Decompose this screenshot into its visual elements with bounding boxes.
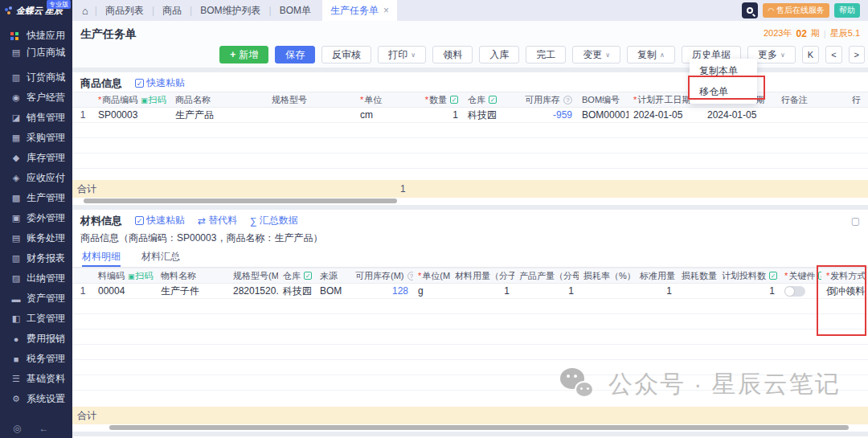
cell-产品产量（分母）[interactable]: 1	[514, 284, 579, 299]
cell-单位[interactable]: cm	[355, 108, 395, 123]
scan-icon[interactable]: ▣	[141, 96, 148, 104]
cell-规格型号[interactable]	[267, 108, 355, 123]
入库-button[interactable]: 入库	[479, 46, 519, 63]
sidebar-item-委外管理[interactable]: ▣委外管理	[0, 208, 72, 228]
领料-button[interactable]: 领料	[432, 46, 473, 63]
sidebar-item-采购管理[interactable]: ▦采购管理	[0, 128, 72, 148]
search-button[interactable]	[742, 2, 758, 18]
sidebar-item-label: 工资管理	[27, 312, 65, 325]
cell-关键件[interactable]	[780, 284, 821, 299]
scrollbar-thumb[interactable]	[84, 199, 397, 203]
total-cell	[514, 407, 579, 424]
material-hscrollbar[interactable]	[72, 424, 868, 432]
menu-item-移仓单[interactable]: 移仓单	[690, 81, 757, 102]
cell-商品编码[interactable]: SP00003	[93, 108, 170, 123]
sidebar-item-生产管理[interactable]: ▩生产管理	[0, 188, 72, 208]
tab-material-detail[interactable]: 材料明细	[82, 247, 121, 267]
checkbox-icon[interactable]: ✓	[304, 272, 312, 280]
cell-规格型号(M)[interactable]: 28201520...	[228, 284, 278, 299]
sidebar-item-门店商城[interactable]: ▤门店商城	[0, 44, 72, 61]
version-label[interactable]: 星辰5.1	[830, 27, 860, 39]
after-sales-service-badge[interactable]: ◠售后在线服务	[763, 3, 829, 18]
table-row: 100004生产子件28201520...科技园BOM128g1111倒冲领料	[72, 284, 868, 299]
expand-icon[interactable]: ▢	[851, 215, 860, 227]
column-header-数量: *数量✓	[395, 92, 463, 108]
sidebar-item-账务处理[interactable]: ▤账务处理	[0, 228, 72, 248]
quick-paste-link[interactable]: ✓快速粘贴	[135, 214, 185, 227]
sidebar-item-库存管理[interactable]: ◆库存管理	[0, 148, 72, 168]
nav-button-K[interactable]: K	[802, 46, 819, 63]
cell-可用库存(M)[interactable]: 128	[350, 284, 413, 299]
sidebar-item-财务报表[interactable]: ▥财务报表	[0, 248, 72, 268]
home-icon[interactable]: ⌂	[82, 5, 88, 17]
sidebar-item-销售管理[interactable]: ◪销售管理	[0, 108, 72, 128]
cell-BOM编号[interactable]: BOM00001	[577, 108, 628, 123]
cell-损耗率（%）[interactable]	[579, 284, 635, 299]
cell-物料名称[interactable]: 生产子件	[156, 284, 228, 299]
cell-计划投料数[interactable]: 1	[717, 284, 780, 299]
cell-材料用量（分子）[interactable]: 1	[450, 284, 514, 299]
cell-仓库[interactable]: 科技园	[463, 108, 518, 123]
scan-icon[interactable]: ▣	[128, 272, 135, 280]
menu-item-复制本单[interactable]: 复制本单	[690, 60, 757, 81]
cell-行备注[interactable]	[776, 108, 847, 123]
scrollbar-thumb[interactable]	[109, 425, 849, 430]
tab-BOM维护列表[interactable]: BOM维护列表	[192, 4, 268, 18]
sidebar-item-快捷应用[interactable]: 快捷应用	[0, 27, 72, 44]
sidebar-item-出纳管理[interactable]: ▨出纳管理	[0, 268, 72, 289]
collapse-arrow-icon[interactable]: ←	[39, 423, 48, 434]
新增-button[interactable]: +新增	[219, 46, 268, 63]
复制-button[interactable]: 复制∧	[627, 46, 675, 63]
sidebar-item-基础资料[interactable]: ☰基础资料	[0, 369, 72, 389]
cell-行[interactable]	[847, 108, 868, 123]
nav-button->[interactable]: >	[849, 46, 865, 63]
checkbox-icon[interactable]: ✓	[450, 96, 458, 104]
help-badge[interactable]: 帮助	[834, 3, 860, 18]
summary-data-link[interactable]: ∑汇总数据	[250, 214, 298, 227]
cell-商品名称[interactable]: 生产产品	[170, 108, 267, 123]
cell-计划开工日期[interactable]: 2024-01-05	[628, 108, 702, 123]
substitute-material-link[interactable]: ⇄替代料	[198, 214, 237, 227]
sidebar-item-费用报销[interactable]: ●费用报销	[0, 329, 72, 349]
nav-button-<[interactable]: <	[825, 46, 841, 63]
tab-production-task[interactable]: 生产任务单 ×	[322, 0, 397, 21]
quick-paste-link[interactable]: ✓快速粘贴	[135, 76, 185, 90]
cell-计划完工日期[interactable]: 2024-01-05	[702, 108, 776, 123]
保存-button[interactable]: 保存	[275, 46, 315, 63]
sidebar-item-税务管理[interactable]: ■税务管理	[0, 349, 72, 369]
打印-button[interactable]: 打印∨	[378, 46, 426, 63]
sidebar-item-订货商城[interactable]: ▥订货商城	[0, 68, 72, 88]
toggle-off[interactable]	[784, 286, 805, 297]
cell-单位(M)[interactable]: g	[413, 284, 450, 299]
tab-material-summary[interactable]: 材料汇总	[141, 247, 180, 267]
checkbox-icon[interactable]: ✓	[489, 96, 497, 104]
cell-仓库[interactable]: 科技园	[278, 284, 315, 299]
checkbox-icon[interactable]: ✓	[769, 272, 777, 280]
cell-可用库存[interactable]: -959	[518, 108, 577, 123]
sidebar-item-客户经营[interactable]: ◉客户经营	[0, 88, 72, 108]
sidebar-item-系统设置[interactable]: ⚙系统设置	[0, 389, 72, 409]
反审核-button[interactable]: 反审核	[321, 46, 371, 63]
cell-来源[interactable]: BOM	[315, 284, 350, 299]
变更-button[interactable]: 变更∨	[572, 46, 620, 63]
close-icon[interactable]: ×	[383, 5, 389, 16]
product-hscrollbar[interactable]	[72, 198, 868, 205]
sidebar-item-资产管理[interactable]: ▬资产管理	[0, 289, 72, 309]
material-card-head: 材料信息 ✓快速粘贴 ⇄替代料 ∑汇总数据 ▢	[72, 210, 868, 229]
cell-料编码[interactable]: 00004	[93, 284, 156, 299]
sidebar-item-应收应付[interactable]: ◈应收应付	[0, 168, 72, 188]
toolbar: +新增保存反审核打印∨领料入库完工变更∨复制∧历史单据更多∨K<>	[219, 46, 865, 63]
tab-BOM单[interactable]: BOM单	[272, 4, 319, 18]
cell-损耗数量[interactable]	[677, 284, 717, 299]
tab-商品[interactable]: 商品	[154, 4, 190, 18]
cell-标准用量[interactable]: 1	[635, 284, 677, 299]
cell-发料方式[interactable]: 倒冲领料	[821, 284, 868, 299]
tab-商品列表[interactable]: 商品列表	[97, 4, 152, 18]
checkbox-icon[interactable]: ✓	[818, 272, 821, 280]
cell-数量[interactable]: 1	[395, 108, 463, 123]
完工-button[interactable]: 完工	[526, 46, 566, 63]
sidebar-item-label: 资产管理	[27, 292, 65, 305]
outsource-icon: ▣	[10, 213, 22, 223]
sidebar-item-工资管理[interactable]: ◧工资管理	[0, 309, 72, 329]
settings-circle-icon[interactable]: ◎	[13, 423, 21, 434]
